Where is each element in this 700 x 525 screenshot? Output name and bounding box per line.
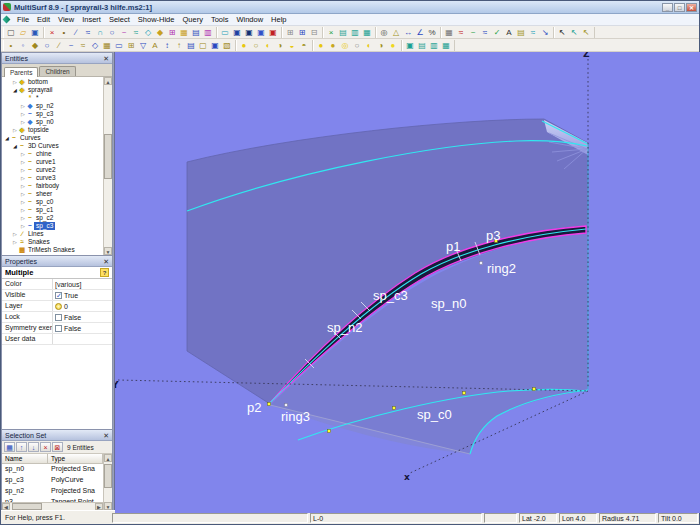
toggle-surfaces-icon[interactable]: ◇ xyxy=(89,40,101,51)
ortho-icon[interactable]: ⊟ xyxy=(308,27,320,38)
view-plan-icon[interactable]: ▣ xyxy=(255,27,267,38)
selection-list-icon[interactable]: ▦ xyxy=(4,442,15,452)
toggle-magnets-icon[interactable]: ◆ xyxy=(29,40,41,51)
tree-item-curve2[interactable]: ▷~curve2 xyxy=(2,166,103,174)
minimize-button[interactable]: _ xyxy=(662,3,673,12)
toggle-planes-icon[interactable]: ▭ xyxy=(113,40,125,51)
document-icon[interactable] xyxy=(3,16,11,24)
tree-item-curve1[interactable]: ▷~curve1 xyxy=(2,158,103,166)
annotate-icon[interactable]: A xyxy=(503,27,515,38)
column-header-name[interactable]: Name xyxy=(2,454,48,464)
point-marker-yellow[interactable] xyxy=(393,407,396,410)
column-header-type[interactable]: Type xyxy=(48,454,103,464)
point-marker-yellow[interactable] xyxy=(328,430,331,433)
selection-row-sp_c3[interactable]: sp_c3PolyCurve xyxy=(2,475,103,486)
menu-view[interactable]: View xyxy=(54,15,78,24)
show-all-icon[interactable]: ● xyxy=(238,40,250,51)
point-marker-yellow[interactable] xyxy=(268,403,271,406)
entities-scrollbar[interactable]: ▲ ▼ xyxy=(103,77,112,255)
copy-layer-icon[interactable]: ▤ xyxy=(416,40,428,51)
menu-file[interactable]: File xyxy=(13,15,33,24)
bulb-on-icon[interactable]: ◎ xyxy=(339,40,351,51)
show-selected-icon[interactable]: ◐ xyxy=(262,40,274,51)
bulb-solo-icon[interactable]: ◐ xyxy=(363,40,375,51)
close-button[interactable]: ✕ xyxy=(686,3,697,12)
tree-item-sp_c2[interactable]: ▷~sp_c2 xyxy=(2,214,103,222)
hide-unselected-icon[interactable]: ◓ xyxy=(298,40,310,51)
scale-icon[interactable]: △ xyxy=(390,27,402,38)
menu-help[interactable]: Help xyxy=(267,15,290,24)
circle-icon[interactable]: ○ xyxy=(106,27,118,38)
scroll-up-icon[interactable]: ▲ xyxy=(104,77,112,85)
selection-close-icon[interactable]: ✕ xyxy=(103,432,109,439)
selection-vscrollbar[interactable]: ▲ ▼ xyxy=(103,454,112,510)
ring-marker-white[interactable] xyxy=(285,404,288,407)
view-side-icon[interactable]: ▣ xyxy=(243,27,255,38)
grid-icon[interactable]: ⊞ xyxy=(296,27,308,38)
toggle-solids-icon[interactable]: ▦ xyxy=(101,40,113,51)
surface-icon[interactable]: ◇ xyxy=(142,27,154,38)
point-marker-yellow[interactable] xyxy=(463,392,466,395)
flow-lines-icon[interactable]: ≈ xyxy=(527,27,539,38)
tree-item-chine[interactable]: ▷~chine xyxy=(2,150,103,158)
viewport-3d[interactable]: Z Y x p1p3ring2sp_c3sp_n0sp_n2p2ring3sp_… xyxy=(114,52,700,510)
open-folder-icon[interactable]: ▱ xyxy=(17,27,29,38)
menu-edit[interactable]: Edit xyxy=(33,15,54,24)
remove-from-set-icon[interactable]: × xyxy=(40,442,51,452)
snake-icon[interactable]: ≈ xyxy=(130,27,142,38)
scroll-thumb[interactable] xyxy=(104,464,112,488)
show-visible-toggle-icon[interactable]: ◒ xyxy=(286,40,298,51)
toggle-shaded-icon[interactable]: ▣ xyxy=(209,40,221,51)
tree-item-sp_n2[interactable]: ▷◆sp_n2 xyxy=(2,102,103,110)
menu-window[interactable]: Window xyxy=(232,15,267,24)
view-front-icon[interactable]: ▣ xyxy=(231,27,243,38)
polyline-icon[interactable]: ≈ xyxy=(82,27,94,38)
mass-properties-icon[interactable]: ▦ xyxy=(443,27,455,38)
tree-item-sp_c1[interactable]: ▷~sp_c1 xyxy=(2,206,103,214)
layer-manager-icon[interactable]: ▦ xyxy=(440,40,452,51)
toggle-tickmarks-icon[interactable]: ↕ xyxy=(161,40,173,51)
zoom-icon[interactable]: ◎ xyxy=(378,27,390,38)
ring-marker-white[interactable] xyxy=(480,262,483,265)
checkbox-unchecked-icon[interactable] xyxy=(55,314,62,321)
scroll-up-icon[interactable]: ▲ xyxy=(104,454,112,462)
toggle-contours-icon[interactable]: ▤ xyxy=(185,40,197,51)
tree-item-fairbody[interactable]: ▷~fairbody xyxy=(2,182,103,190)
tree-item-topside[interactable]: ▷◆topside xyxy=(2,126,103,134)
toggle-beads-icon[interactable]: ◦ xyxy=(17,40,29,51)
select-poly-icon[interactable]: ↖ xyxy=(580,27,592,38)
save-icon[interactable]: ▣ xyxy=(29,27,41,38)
toggle-rings-icon[interactable]: ○ xyxy=(41,40,53,51)
toggle-frames-icon[interactable]: ⊞ xyxy=(125,40,137,51)
move-up-icon[interactable]: ↑ xyxy=(16,442,27,452)
checkbox-checked-icon[interactable]: ✓ xyxy=(55,292,62,299)
selection-row-sp_n0[interactable]: sp_n0Projected Sna xyxy=(2,464,103,475)
toggle-labels-icon[interactable]: A xyxy=(149,40,161,51)
select-add-icon[interactable]: ↖ xyxy=(568,27,580,38)
copy-visible-icon[interactable]: ▣ xyxy=(404,40,416,51)
menu-select[interactable]: Select xyxy=(105,15,134,24)
duplicate-icon[interactable]: ▦ xyxy=(361,27,373,38)
tree-item-sp_c3[interactable]: ▷~sp_c3 xyxy=(2,110,103,118)
entity-list-icon[interactable]: ▥ xyxy=(202,27,214,38)
arc-icon[interactable]: ∩ xyxy=(94,27,106,38)
property-value[interactable]: False xyxy=(52,312,112,322)
hide-selected-icon[interactable]: ◑ xyxy=(274,40,286,51)
view-wireframe-icon[interactable]: ▭ xyxy=(219,27,231,38)
frame-icon[interactable]: ⊞ xyxy=(166,27,178,38)
property-value[interactable] xyxy=(52,334,112,344)
property-value[interactable]: 0 xyxy=(52,301,112,311)
toggle-knots-icon[interactable]: ▽ xyxy=(137,40,149,51)
tree-item-lines[interactable]: ▷∕Lines xyxy=(2,230,103,238)
scroll-down-icon[interactable]: ▼ xyxy=(104,247,112,255)
grid-snap-icon[interactable]: ⊞ xyxy=(284,27,296,38)
export-icon[interactable]: ↘ xyxy=(539,27,551,38)
toggle-snakes-icon[interactable]: ≈ xyxy=(77,40,89,51)
tab-children[interactable]: Children xyxy=(39,66,75,76)
tree-item-sp_n0[interactable]: ▷◆sp_n0 xyxy=(2,118,103,126)
curvature-icon[interactable]: ~ xyxy=(467,27,479,38)
move-down-icon[interactable]: ↓ xyxy=(28,442,39,452)
percent-icon[interactable]: % xyxy=(426,27,438,38)
toggle-normals-icon[interactable]: ↑ xyxy=(173,40,185,51)
tree-item-curves[interactable]: ◢~Curves xyxy=(2,134,103,142)
